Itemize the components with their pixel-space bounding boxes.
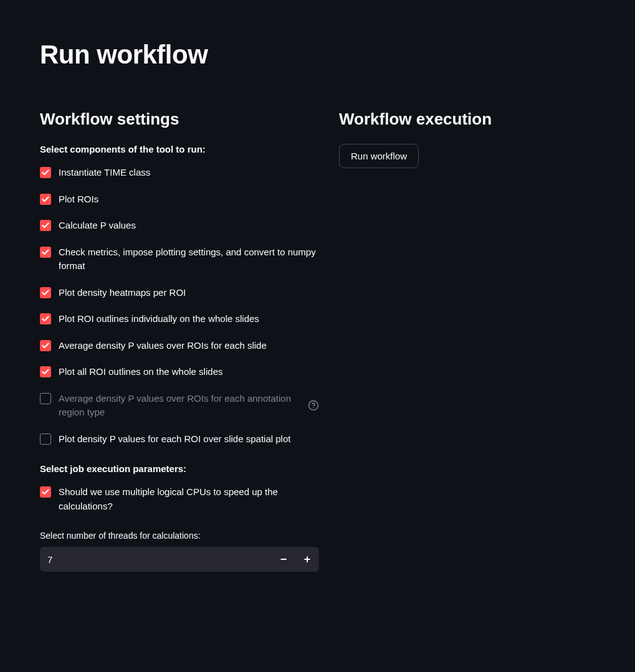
threads-input-field[interactable] [40,547,272,572]
components-checkbox-list: Instantiate TIME classPlot ROIsCalculate… [40,166,319,446]
execution-heading: Workflow execution [339,110,595,129]
run-workflow-button[interactable]: Run workflow [339,144,419,168]
threads-increment-button[interactable]: + [295,547,319,572]
component-4-checkbox[interactable] [40,287,51,298]
component-2-label[interactable]: Calculate P values [59,219,319,233]
component-0-row: Instantiate TIME class [40,166,319,180]
component-2-checkbox[interactable] [40,220,51,231]
component-9-label[interactable]: Plot density P values for each ROI over … [59,432,319,447]
job-param-0-row: Should we use multiple logical CPUs to s… [40,485,319,513]
component-4-row: Plot density heatmaps per ROI [40,286,319,300]
component-2-row: Calculate P values [40,219,319,233]
component-7-label[interactable]: Plot all ROI outlines on the whole slide… [59,365,319,379]
component-9-row: Plot density P values for each ROI over … [40,432,319,447]
component-0-checkbox[interactable] [40,167,51,178]
threads-number-input[interactable]: − + [40,547,319,572]
job-params-checkbox-list: Should we use multiple logical CPUs to s… [40,485,319,513]
threads-field-label: Select number of threads for calculation… [40,531,319,541]
job-param-0-checkbox[interactable] [40,486,51,498]
component-7-checkbox[interactable] [40,366,51,377]
settings-heading: Workflow settings [40,110,319,129]
minus-icon: − [280,553,287,566]
threads-decrement-button[interactable]: − [272,547,295,572]
component-3-label[interactable]: Check metrics, impose plotting settings,… [59,245,319,273]
component-8-checkbox [40,393,51,404]
component-8-label: Average density P values over ROIs for e… [59,392,300,420]
component-3-row: Check metrics, impose plotting settings,… [40,245,319,273]
help-icon[interactable] [308,400,319,411]
component-6-label[interactable]: Average density P values over ROIs for e… [59,339,319,353]
component-7-row: Plot all ROI outlines on the whole slide… [40,365,319,379]
page-title: Run workflow [40,40,595,70]
component-1-row: Plot ROIs [40,192,319,207]
job-param-0-label[interactable]: Should we use multiple logical CPUs to s… [59,485,319,513]
component-5-checkbox[interactable] [40,313,51,324]
component-4-label[interactable]: Plot density heatmaps per ROI [59,286,319,300]
component-1-checkbox[interactable] [40,194,51,205]
plus-icon: + [304,553,311,566]
job-params-section-label: Select job execution parameters: [40,463,319,474]
component-5-row: Plot ROI outlines individually on the wh… [40,312,319,326]
component-6-checkbox[interactable] [40,340,51,351]
workflow-settings-panel: Workflow settings Select components of t… [40,110,319,572]
component-3-checkbox[interactable] [40,247,51,258]
component-5-label[interactable]: Plot ROI outlines individually on the wh… [59,312,319,326]
component-0-label[interactable]: Instantiate TIME class [59,166,319,180]
component-9-checkbox[interactable] [40,433,51,445]
components-section-label: Select components of the tool to run: [40,144,319,154]
component-1-label[interactable]: Plot ROIs [59,192,319,207]
component-6-row: Average density P values over ROIs for e… [40,339,319,353]
workflow-execution-panel: Workflow execution Run workflow [339,110,595,572]
component-8-row: Average density P values over ROIs for e… [40,392,319,420]
